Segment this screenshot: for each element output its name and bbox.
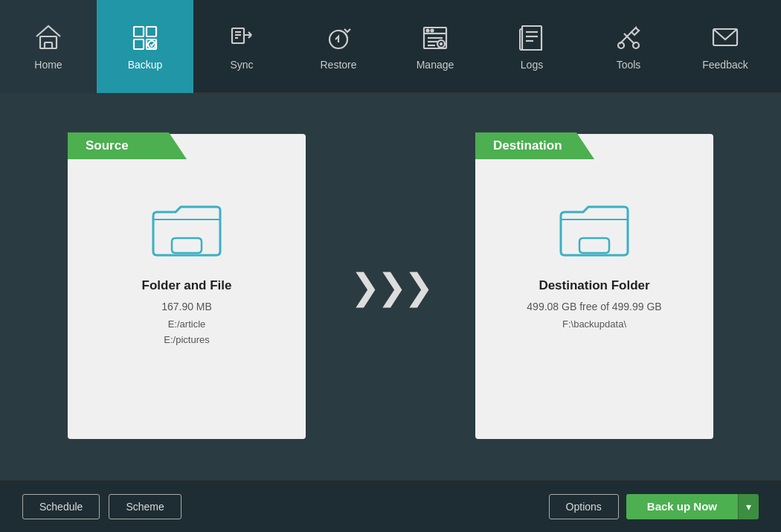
footer-right: Options Back up Now ▾ [549, 494, 759, 519]
source-size: 167.90 MB [161, 301, 212, 313]
destination-card[interactable]: Destination Destination Folder 499.08 GB… [475, 134, 713, 439]
nav-item-restore[interactable]: Restore [290, 0, 387, 93]
nav-label-restore: Restore [320, 59, 356, 71]
backup-dropdown-button[interactable]: ▾ [738, 494, 759, 519]
navbar: Home Backup Sync Restore [0, 0, 781, 93]
nav-item-feedback[interactable]: Feedback [677, 0, 774, 93]
svg-rect-3 [147, 27, 156, 36]
schedule-button[interactable]: Schedule [22, 494, 100, 519]
footer: Schedule Scheme Options Back up Now ▾ [0, 480, 781, 532]
destination-title: Destination Folder [539, 278, 649, 293]
nav-label-manage: Manage [417, 59, 454, 71]
nav-label-backup: Backup [128, 59, 163, 71]
home-icon [33, 23, 63, 53]
nav-label-logs: Logs [521, 59, 543, 71]
logs-icon [517, 23, 547, 53]
source-path2: E:/pictures [164, 334, 209, 345]
source-title: Folder and File [142, 278, 232, 293]
main-content: Source Folder and File 167.90 MB E:/arti… [0, 93, 781, 480]
nav-item-manage[interactable]: Manage [387, 0, 483, 93]
sync-icon [227, 23, 257, 53]
nav-label-tools: Tools [617, 59, 641, 71]
nav-item-tools[interactable]: Tools [580, 0, 677, 93]
source-folder-icon [150, 201, 224, 263]
destination-size: 499.08 GB free of 499.99 GB [527, 301, 661, 313]
scheme-button[interactable]: Scheme [109, 494, 181, 519]
source-header: Source [68, 132, 187, 159]
backup-icon [130, 23, 160, 53]
nav-item-home[interactable]: Home [0, 0, 97, 93]
nav-item-backup[interactable]: Backup [97, 0, 193, 93]
svg-point-29 [633, 42, 639, 48]
options-button[interactable]: Options [549, 494, 619, 519]
destination-path: F:\backupdata\ [562, 317, 626, 333]
backup-now-button[interactable]: Back up Now [626, 494, 738, 519]
nav-label-feedback: Feedback [702, 59, 748, 71]
restore-icon [324, 23, 353, 53]
nav-label-sync: Sync [230, 59, 253, 71]
svg-point-6 [148, 41, 155, 48]
feedback-icon [710, 23, 740, 53]
svg-rect-22 [522, 26, 541, 50]
manage-icon [420, 23, 450, 53]
footer-left: Schedule Scheme [22, 494, 181, 519]
destination-folder-icon [557, 201, 631, 263]
svg-rect-4 [134, 39, 144, 49]
tools-icon [614, 23, 643, 53]
nav-item-logs[interactable]: Logs [483, 0, 580, 93]
nav-label-home: Home [34, 59, 62, 71]
source-path1: E:/article [168, 318, 206, 330]
source-paths: E:/article E:/pictures [164, 317, 209, 348]
transfer-arrow: ❯❯❯ [350, 266, 431, 307]
svg-point-15 [431, 29, 434, 31]
svg-rect-1 [45, 42, 52, 48]
source-card[interactable]: Source Folder and File 167.90 MB E:/arti… [68, 134, 306, 439]
destination-header: Destination [475, 132, 594, 159]
svg-rect-2 [134, 27, 144, 36]
svg-point-14 [427, 29, 429, 31]
nav-item-sync[interactable]: Sync [193, 0, 290, 93]
